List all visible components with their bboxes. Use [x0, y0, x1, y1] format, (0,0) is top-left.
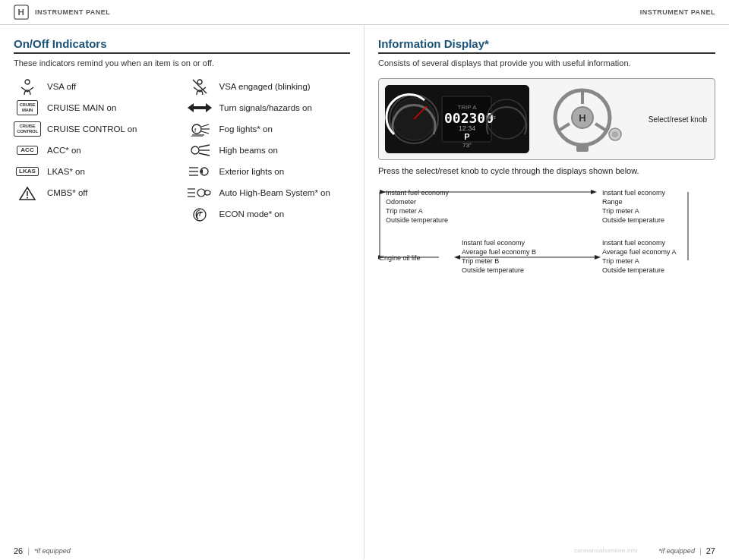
svg-text:73°: 73°	[462, 142, 472, 149]
exterior-lights-label: Exterior lights on	[219, 167, 285, 176]
indicator-cruise-control: CRUISECONTROL CRUISE CONTROL on	[14, 121, 178, 137]
acc-icon: ACC	[14, 142, 41, 159]
footer-note-right: *if equipped	[658, 547, 695, 555]
svg-marker-58	[380, 190, 386, 194]
left-column: On/Off Indicators These indicators remin…	[0, 25, 364, 559]
svg-text:Average fuel economy B: Average fuel economy B	[462, 248, 536, 256]
steering-wheel-image: H	[537, 85, 628, 153]
svg-line-8	[201, 124, 209, 127]
indicators-grid: VSA off VSA engaged (blinking) CRUISEMAI…	[14, 78, 350, 222]
turn-signals-label: Turn signals/hazards on	[219, 103, 312, 112]
svg-text:P: P	[464, 132, 469, 141]
svg-text:Trip meter A: Trip meter A	[386, 207, 423, 215]
svg-text:Outside temperature: Outside temperature	[602, 216, 664, 224]
svg-text:H: H	[579, 112, 585, 124]
svg-text:Instant fuel economy: Instant fuel economy	[386, 189, 450, 197]
svg-marker-5	[188, 103, 200, 112]
select-reset-label: Select/reset knob	[649, 115, 707, 124]
fog-lights-label: Fog lights* on	[219, 124, 273, 134]
svg-point-24	[27, 197, 28, 199]
svg-text:12:34: 12:34	[459, 124, 476, 132]
info-display-subtitle: Consists of several displays that provid…	[378, 58, 715, 68]
page-header: H INSTRUMENT PANEL INSTRUMENT PANEL	[0, 0, 729, 25]
indicator-auto-highbeam: Auto High-Beam System* on	[186, 184, 351, 201]
indicator-acc: ACC ACC* on	[14, 142, 178, 159]
svg-point-7	[192, 124, 201, 134]
flow-diagram: Instant fuel economy Odometer Trip meter…	[378, 184, 715, 308]
svg-text:Trip meter A: Trip meter A	[602, 257, 639, 265]
svg-text:Trip meter A: Trip meter A	[602, 207, 639, 215]
svg-text:Outside temperature: Outside temperature	[462, 266, 524, 274]
vsa-engaged-icon	[186, 78, 213, 95]
svg-line-44	[557, 124, 570, 131]
econ-label: ECON mode* on	[219, 209, 285, 219]
acc-label: ACC* on	[47, 146, 81, 155]
svg-line-10	[201, 131, 209, 134]
instrument-display-box: TRIP A 002300 mi/s 12:34 P 73°	[378, 78, 715, 160]
info-display-section: Information Display* Consists of several…	[378, 37, 715, 308]
on-off-indicators-title: On/Off Indicators	[14, 37, 350, 54]
vsa-engaged-label: VSA engaged (blinking)	[219, 82, 311, 91]
svg-text:Outside temperature: Outside temperature	[386, 216, 448, 224]
header-right-text: INSTRUMENT PANEL	[640, 8, 715, 16]
exterior-lights-icon	[186, 163, 213, 180]
svg-marker-56	[591, 190, 597, 194]
svg-line-15	[199, 145, 210, 147]
svg-point-2	[25, 80, 30, 84]
svg-point-50	[612, 131, 618, 137]
on-off-indicators-subtitle: These indicators remind you when an item…	[14, 58, 350, 68]
indicator-fog-lights: f Fog lights* on	[186, 121, 351, 137]
indicator-high-beams: High beams on	[186, 142, 351, 159]
vsa-off-icon	[14, 78, 41, 95]
auto-highbeam-icon	[186, 184, 213, 201]
svg-marker-6	[200, 103, 212, 112]
indicator-cruise-main: CRUISEMAIN CRUISE MAIN on	[14, 99, 178, 116]
svg-text:Instant fuel economy: Instant fuel economy	[602, 239, 666, 247]
info-display-title: Information Display*	[378, 37, 715, 54]
svg-text:Average fuel economy A: Average fuel economy A	[602, 248, 676, 256]
cruise-main-icon: CRUISEMAIN	[14, 99, 41, 116]
cruise-control-icon: CRUISECONTROL	[14, 121, 41, 137]
auto-highbeam-label: Auto High-Beam System* on	[219, 188, 330, 197]
svg-text:f: f	[194, 127, 197, 134]
svg-text:Engine oil life: Engine oil life	[380, 254, 421, 262]
indicator-vsa-engaged: VSA engaged (blinking)	[186, 78, 351, 95]
footer-note-left: *if equipped	[34, 547, 71, 555]
indicator-turn-signals: Turn signals/hazards on	[186, 99, 351, 116]
indicator-econ: ECON mode* on	[186, 206, 351, 222]
lkas-icon: LKAS	[14, 163, 41, 180]
instrument-cluster-image: TRIP A 002300 mi/s 12:34 P 73°	[385, 85, 529, 153]
svg-text:Instant fuel economy: Instant fuel economy	[462, 239, 525, 247]
right-column: Information Display* Consists of several…	[364, 25, 729, 559]
honda-logo-icon: H	[14, 5, 29, 20]
fog-lights-icon: f	[186, 121, 213, 137]
svg-marker-77	[595, 255, 601, 260]
svg-point-3	[197, 80, 202, 84]
svg-text:Odometer: Odometer	[386, 198, 416, 206]
cmbs-label: CMBS* off	[47, 188, 87, 197]
turn-signals-icon	[186, 99, 213, 116]
svg-marker-72	[454, 255, 460, 260]
svg-text:Outside temperature: Outside temperature	[602, 266, 664, 274]
high-beams-label: High beams on	[219, 146, 278, 155]
svg-text:H: H	[18, 7, 25, 17]
svg-point-28	[197, 189, 205, 197]
indicator-vsa-off: VSA off	[14, 78, 178, 95]
svg-text:Trip meter B: Trip meter B	[462, 257, 499, 265]
page-number-left: 26	[14, 546, 23, 555]
high-beams-icon	[186, 142, 213, 159]
svg-line-17	[199, 153, 210, 156]
indicator-exterior-lights: Exterior lights on	[186, 163, 351, 180]
lkas-label: LKAS* on	[47, 167, 85, 176]
svg-point-14	[191, 146, 199, 154]
cmbs-icon	[14, 184, 41, 201]
press-text: Press the select/reset knob to cycle thr…	[378, 166, 715, 175]
indicator-lkas: LKAS LKAS* on	[14, 163, 178, 180]
watermark: carmanualsonline.info	[574, 547, 638, 554]
page-number-right: 27	[706, 546, 715, 555]
svg-rect-48	[576, 145, 589, 152]
svg-line-45	[595, 124, 608, 131]
econ-icon	[186, 206, 213, 222]
cruise-main-label: CRUISE MAIN on	[47, 103, 116, 112]
svg-text:Range: Range	[602, 198, 623, 206]
